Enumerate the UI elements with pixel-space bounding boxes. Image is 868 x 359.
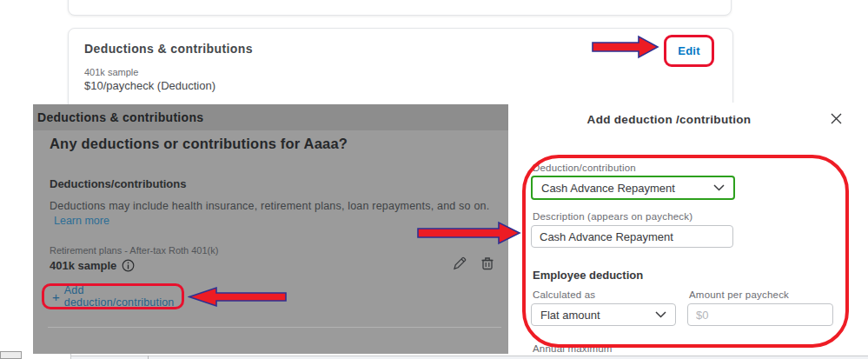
drawer-title: Add deduction /contribution: [508, 113, 830, 126]
annotation-arrow-description: [417, 221, 521, 245]
bottom-tick: [148, 356, 149, 359]
description-input-label: Description (appears on paycheck): [533, 211, 692, 222]
add-link-label: Add deduction/contribution: [64, 284, 182, 309]
plan-type-label: Retirement plans - After-tax Roth 401(k): [50, 245, 218, 256]
card-item-detail: $10/paycheck (Deduction): [84, 79, 215, 92]
plan-name: 401k sample: [50, 259, 116, 272]
card-title: Deductions & contributions: [84, 42, 253, 56]
chevron-down-icon: [655, 311, 666, 318]
amount-per-paycheck-label: Amount per paycheck: [689, 289, 789, 300]
section-heading: Deductions/contributions: [50, 177, 186, 190]
add-deduction-link[interactable]: + Add deduction/contribution: [52, 284, 182, 309]
annotation-arrow-edit: [592, 35, 659, 59]
dialog-titlebar: Deductions & contributions: [33, 104, 508, 130]
calculated-as-value: Flat amount: [540, 309, 600, 322]
plan-name-row: 401k sample: [50, 259, 135, 272]
add-highlight-box: + Add deduction/contribution: [42, 283, 184, 309]
amount-input[interactable]: [687, 303, 833, 326]
annotation-arrow-add: [188, 286, 287, 308]
close-icon[interactable]: [829, 111, 844, 126]
learn-more-link[interactable]: Learn more: [54, 215, 109, 227]
deduction-select[interactable]: Cash Advance Repayment: [531, 176, 735, 200]
employee-deduction-heading: Employee deduction: [533, 269, 643, 282]
delete-deduction-icon[interactable]: [480, 256, 495, 271]
description-input[interactable]: [531, 225, 733, 248]
section-description: Deductions may include health insurance,…: [50, 200, 489, 212]
dialog-question: Any deductions or contributions for Aaaa…: [50, 136, 348, 152]
card-item-name: 401k sample: [84, 67, 138, 77]
card-above: [68, 0, 732, 16]
edit-button[interactable]: Edit: [678, 44, 699, 57]
bottom-edge-strip: [0, 354, 868, 359]
deduction-select-label: Deduction/contribution: [533, 163, 636, 173]
payroll-screen: Deductions & contributions 401k sample $…: [0, 0, 868, 359]
bottom-mid-tab: [35, 354, 71, 359]
deduction-select-value: Cash Advance Repayment: [541, 182, 675, 195]
trash-icon: [480, 256, 495, 271]
plus-icon: +: [52, 290, 60, 303]
divider: [48, 327, 501, 328]
annual-maximum-label: Annual maximum: [533, 343, 613, 354]
chevron-down-icon: [713, 184, 725, 191]
edit-deduction-icon[interactable]: [452, 256, 467, 271]
pencil-icon: [452, 256, 467, 271]
bottom-left-tab: [0, 351, 22, 359]
edit-highlight-box: Edit: [664, 35, 714, 67]
calculated-as-select[interactable]: Flat amount: [531, 303, 676, 326]
info-icon[interactable]: [122, 259, 135, 272]
calculated-as-label: Calculated as: [533, 289, 595, 300]
